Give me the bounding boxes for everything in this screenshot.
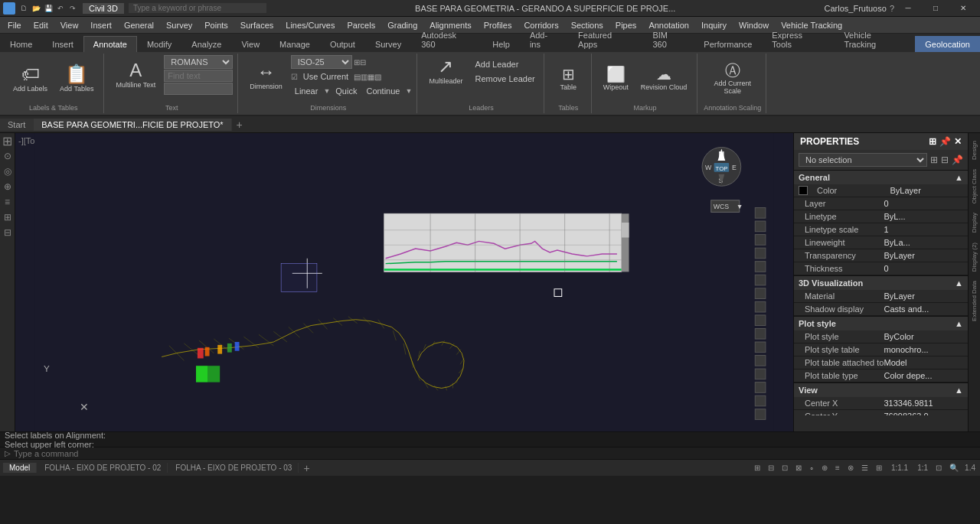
annotation-scale[interactable]: 1:1 (914, 463, 931, 473)
font-selector[interactable]: ROMANS (164, 55, 233, 69)
tab-bim360[interactable]: BIM 360 (642, 27, 694, 52)
status-tab-layout2[interactable]: FOLHA - EIXO DE PROJETO - 03 (169, 463, 299, 473)
menu-edit[interactable]: Edit (28, 19, 54, 31)
find-text-input[interactable] (164, 70, 233, 82)
tab-annotate[interactable]: Annotate (83, 36, 137, 52)
tab-analyze[interactable]: Analyze (181, 36, 231, 52)
polar-toggle[interactable]: ⊠ (792, 463, 805, 473)
grid-toggle[interactable]: ⊟ (765, 463, 777, 473)
menu-points[interactable]: Points (198, 19, 234, 31)
vp-nav-4[interactable]: ⊕ (2, 181, 14, 193)
start-tab[interactable]: Start (0, 119, 34, 131)
ortho-toggle[interactable]: ⊡ (779, 463, 791, 473)
add-labels-button[interactable]: 🏷 Add Labels (8, 63, 53, 95)
dim-style-selector[interactable]: ISO-25 (291, 55, 352, 69)
use-current-button[interactable]: Use Current (299, 70, 352, 83)
sel-icon-1[interactable]: ⊞ (930, 155, 938, 165)
tab-survey[interactable]: Survey (365, 36, 411, 52)
lw-toggle[interactable]: ≡ (832, 463, 843, 473)
text-size-input[interactable]: 2 (164, 83, 233, 95)
osnap-toggle[interactable]: ∘ (806, 463, 817, 473)
dimension-button[interactable]: ↔ Dimension (244, 60, 288, 93)
table-button[interactable]: ⊞ Table (553, 64, 583, 93)
tab-output[interactable]: Output (320, 36, 365, 52)
plot-section-header[interactable]: Plot style ▲ (794, 317, 968, 330)
snap-toggle[interactable]: ⊞ (751, 463, 763, 473)
add-current-scale-button[interactable]: Ⓐ Add Current Scale (704, 60, 761, 97)
wipeout-button[interactable]: ⬜ Wipeout (598, 64, 634, 93)
sel-icon-3[interactable]: 📌 (952, 155, 963, 165)
status-tab-model[interactable]: Model (3, 463, 37, 473)
new-icon[interactable]: 🗋 (18, 3, 29, 14)
tab-express-tools[interactable]: Express Tools (762, 27, 834, 52)
add-leader-button[interactable]: Add Leader (471, 57, 538, 71)
rs-tab-display[interactable]: Display (970, 208, 978, 237)
menu-insert[interactable]: Insert (84, 19, 118, 31)
qp-toggle[interactable]: ☰ (858, 463, 871, 473)
maximize-button[interactable]: □ (922, 0, 949, 17)
undo-icon[interactable]: ↶ (55, 3, 66, 14)
menu-surfaces[interactable]: Surfaces (234, 19, 279, 31)
sel-icon-2[interactable]: ⊟ (941, 155, 949, 165)
tab-view[interactable]: View (231, 36, 270, 52)
multileader-button[interactable]: ↗ Multileader (423, 55, 468, 87)
rs-tab-object-class[interactable]: Object Class (970, 164, 978, 208)
dyn-toggle[interactable]: ⊕ (818, 463, 831, 473)
status-tab-layout1[interactable]: FOLHA - EIXO DE PROJETO - 02 (38, 463, 168, 473)
menu-file[interactable]: File (2, 19, 28, 31)
quick-button[interactable]: Quick (332, 84, 361, 98)
save-icon[interactable]: 💾 (43, 3, 54, 14)
sc-toggle[interactable]: ⊞ (873, 463, 885, 473)
revision-cloud-button[interactable]: ☁ Revision Cloud (635, 64, 693, 93)
menu-view[interactable]: View (54, 19, 85, 31)
vp-nav-7[interactable]: ⊟ (2, 226, 14, 239)
view-section-header[interactable]: View ▲ (794, 383, 968, 397)
tab-vehicle-tracking[interactable]: Vehicle Tracking (834, 27, 915, 52)
tab-modify[interactable]: Modify (137, 36, 181, 52)
zoom-icon[interactable]: 🔍 (946, 463, 962, 473)
tp-toggle[interactable]: ⊗ (844, 463, 857, 473)
command-input[interactable] (14, 449, 975, 458)
continue-button[interactable]: Continue (362, 84, 403, 98)
tab-manage[interactable]: Manage (270, 36, 320, 52)
tab-help[interactable]: Help (482, 36, 520, 52)
menu-general[interactable]: General (118, 19, 160, 31)
props-icon-3[interactable]: ✕ (954, 136, 962, 147)
tab-home[interactable]: Home (0, 36, 42, 52)
tab-insert[interactable]: Insert (42, 36, 83, 52)
rs-tab-design[interactable]: Design (970, 136, 978, 164)
vp-nav-2[interactable]: ⊙ (2, 150, 14, 162)
viz-section-header[interactable]: 3D Visualization ▲ (794, 276, 968, 290)
general-section-header[interactable]: General ▲ (794, 171, 968, 184)
selection-dropdown[interactable]: No selection (799, 153, 927, 167)
minimize-button[interactable]: ─ (894, 0, 922, 17)
active-doc-tab[interactable]: BASE PARA GEOMETRI...FICIE DE PROJETO* (34, 119, 231, 131)
rs-tab-extended[interactable]: Extended Data (970, 276, 978, 326)
search-input[interactable] (129, 3, 266, 13)
menu-inquiry[interactable]: Inquiry (695, 19, 733, 31)
new-doc-tab-button[interactable]: + (232, 117, 247, 132)
vp-nav-6[interactable]: ⊞ (2, 211, 14, 223)
tab-performance[interactable]: Performance (694, 36, 762, 52)
menu-survey[interactable]: Survey (160, 19, 198, 31)
redo-icon[interactable]: ↷ (67, 3, 78, 14)
menu-linescurves[interactable]: Lines/Curves (279, 19, 341, 31)
vp-nav-3[interactable]: ◎ (2, 165, 14, 177)
menu-profiles[interactable]: Profiles (478, 19, 518, 31)
menu-parcels[interactable]: Parcels (341, 19, 381, 31)
props-icon-2[interactable]: 📌 (939, 136, 951, 147)
tab-autodesk360[interactable]: Autodesk 360 (411, 27, 482, 52)
linear-button[interactable]: Linear (291, 84, 322, 98)
tab-geolocation[interactable]: Geolocation (915, 36, 980, 52)
open-icon[interactable]: 📂 (31, 3, 41, 14)
vp-nav-top[interactable]: ⊞ (2, 135, 14, 147)
tab-featured[interactable]: Featured Apps (568, 27, 642, 52)
multiline-text-button[interactable]: A Multiline Text (110, 59, 161, 91)
remove-leader-button[interactable]: Remove Leader (471, 72, 538, 86)
close-button[interactable]: ✕ (949, 0, 977, 17)
add-tables-button[interactable]: 📋 Add Tables (54, 63, 99, 95)
props-icon-1[interactable]: ⊞ (929, 136, 936, 147)
ws-icon[interactable]: ⊡ (933, 463, 945, 473)
rs-tab-display2[interactable]: Display (2) (970, 238, 978, 276)
add-layout-button[interactable]: + (300, 462, 312, 474)
